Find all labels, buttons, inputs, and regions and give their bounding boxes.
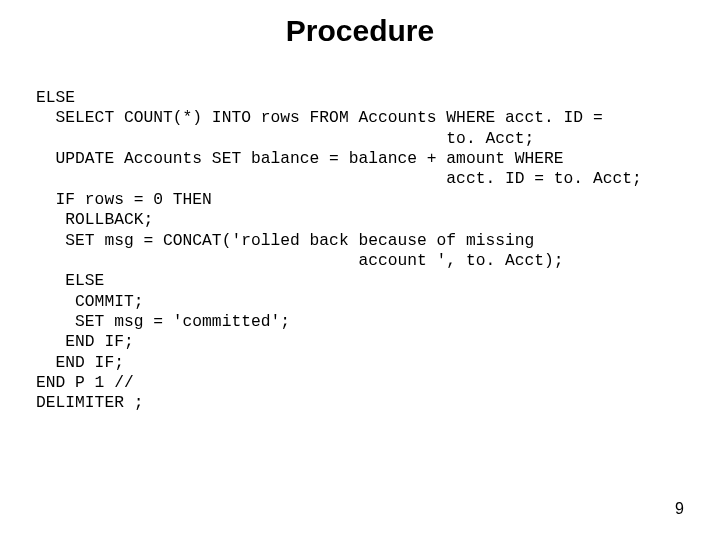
code-line: ELSE [36,88,75,107]
code-line: END IF; [36,332,134,351]
code-line: UPDATE Accounts SET balance = balance + … [36,149,564,168]
code-line: to. Acct; [36,129,534,148]
page-number: 9 [675,500,684,518]
code-line: ELSE [36,271,104,290]
code-line: END IF; [36,353,124,372]
page-title: Procedure [0,14,720,48]
code-block: ELSE SELECT COUNT(*) INTO rows FROM Acco… [36,88,684,414]
code-line: acct. ID = to. Acct; [36,169,642,188]
code-line: END P 1 // [36,373,134,392]
code-line: DELIMITER ; [36,393,143,412]
code-line: SET msg = CONCAT('rolled back because of… [36,231,534,250]
slide: Procedure ELSE SELECT COUNT(*) INTO rows… [0,0,720,540]
code-line: SET msg = 'committed'; [36,312,290,331]
code-line: account ', to. Acct); [36,251,564,270]
code-line: SELECT COUNT(*) INTO rows FROM Accounts … [36,108,603,127]
code-line: ROLLBACK; [36,210,153,229]
code-line: COMMIT; [36,292,143,311]
code-line: IF rows = 0 THEN [36,190,212,209]
